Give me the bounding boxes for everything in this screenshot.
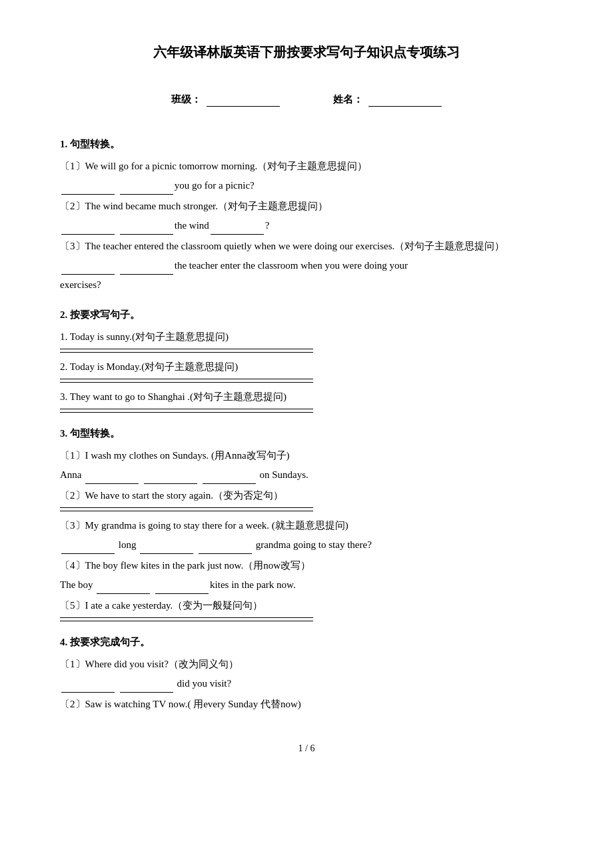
- section-4: 4. 按要求完成句子。 〔1〕Where did you visit?（改为同义…: [60, 633, 553, 713]
- item-3-5-sentence: 〔5〕I ate a cake yesterday.（变为一般疑问句）: [60, 597, 553, 615]
- answer-line-2-3-b[interactable]: [60, 412, 313, 413]
- blank-3-1-c[interactable]: [203, 472, 256, 484]
- answer-line-3-5-b[interactable]: [60, 621, 313, 621]
- item-1-1: 〔1〕We will go for a picnic tomorrow morn…: [60, 157, 553, 195]
- section-1: 1. 句型转换。 〔1〕We will go for a picnic tomo…: [60, 135, 553, 294]
- item-1-3-sentence: 〔3〕The teacher entered the classroom qui…: [60, 237, 553, 255]
- blank-1-3-a[interactable]: [61, 263, 115, 275]
- answer-line-3-2-b[interactable]: [60, 511, 313, 511]
- item-3-3-answer: long grandma going to stay there?: [60, 536, 553, 554]
- blank-1-1-b[interactable]: [120, 183, 173, 195]
- item-3-5-answer: [60, 617, 553, 621]
- blank-4-1-a[interactable]: [61, 681, 115, 693]
- item-1-1-answer: you go for a picnic?: [60, 177, 553, 195]
- name-field-group: 姓名：: [333, 91, 442, 109]
- name-input[interactable]: [368, 93, 442, 107]
- section-3: 3. 句型转换。 〔1〕I wash my clothes on Sundays…: [60, 425, 553, 621]
- item-3-5: 〔5〕I ate a cake yesterday.（变为一般疑问句）: [60, 597, 553, 621]
- blank-1-2-c[interactable]: [211, 223, 264, 235]
- blank-3-4-b[interactable]: [155, 582, 209, 594]
- answer-line-2-2-a[interactable]: [60, 379, 313, 379]
- blank-1-2-b[interactable]: [120, 223, 173, 235]
- item-2-3-sentence: 3. They want to go to Shanghai .(对句子主题意思…: [60, 388, 553, 406]
- item-1-3-answer-line1: the teacher enter the classroom when you…: [60, 257, 553, 275]
- item-3-1: 〔1〕I wash my clothes on Sundays. (用Anna改…: [60, 447, 553, 484]
- answer-line-2-1-b[interactable]: [60, 352, 313, 353]
- item-1-3-answer-line2: exercises?: [60, 276, 553, 294]
- name-label: 姓名：: [333, 91, 363, 109]
- item-2-3: 3. They want to go to Shanghai .(对句子主题意思…: [60, 388, 553, 413]
- item-3-2: 〔2〕We have to start the story again.（变为否…: [60, 487, 553, 511]
- class-input[interactable]: [207, 93, 280, 107]
- blank-1-1-a[interactable]: [61, 183, 115, 195]
- item-4-1-answer: did you visit?: [60, 675, 553, 693]
- class-name-row: 班级： 姓名：: [60, 91, 553, 109]
- item-2-2: 2. Today is Monday.(对句子主题意思提问): [60, 358, 553, 383]
- section-1-title: 1. 句型转换。: [60, 135, 553, 153]
- item-2-2-sentence: 2. Today is Monday.(对句子主题意思提问): [60, 358, 553, 376]
- blank-4-1-b[interactable]: [120, 681, 173, 693]
- item-2-1-answer: [60, 349, 553, 353]
- answer-line-2-2-b[interactable]: [60, 382, 313, 383]
- item-2-1-sentence: 1. Today is sunny.(对句子主题意思提问): [60, 328, 553, 346]
- item-1-2-sentence: 〔2〕The wind became much stronger.（对句子主题意…: [60, 197, 553, 215]
- answer-line-3-2-a[interactable]: [60, 507, 313, 508]
- item-2-1: 1. Today is sunny.(对句子主题意思提问): [60, 328, 553, 353]
- section-4-title: 4. 按要求完成句子。: [60, 633, 553, 651]
- item-3-4-sentence: 〔4〕The boy flew kites in the park just n…: [60, 557, 553, 575]
- item-3-4: 〔4〕The boy flew kites in the park just n…: [60, 557, 553, 594]
- item-3-1-sentence: 〔1〕I wash my clothes on Sundays. (用Anna改…: [60, 447, 553, 465]
- item-3-3-sentence: 〔3〕My grandma is going to stay there for…: [60, 517, 553, 535]
- item-3-1-answer: Anna on Sundays.: [60, 466, 553, 484]
- page-number: 1 / 6: [299, 743, 315, 753]
- item-3-3: 〔3〕My grandma is going to stay there for…: [60, 517, 553, 554]
- page-footer: 1 / 6: [60, 740, 553, 757]
- item-2-2-answer: [60, 379, 553, 383]
- class-label: 班级：: [171, 91, 201, 109]
- answer-line-2-1-a[interactable]: [60, 349, 313, 349]
- item-3-2-sentence: 〔2〕We have to start the story again.（变为否…: [60, 487, 553, 505]
- class-field-group: 班级：: [171, 91, 280, 109]
- item-1-2-answer: the wind?: [60, 217, 553, 235]
- blank-3-3-a[interactable]: [61, 542, 115, 554]
- item-3-2-answer: [60, 507, 553, 511]
- blank-3-1-a[interactable]: [85, 472, 139, 484]
- blank-1-3-b[interactable]: [120, 263, 173, 275]
- blank-3-1-b[interactable]: [144, 472, 197, 484]
- blank-3-4-a[interactable]: [97, 582, 150, 594]
- item-4-2-sentence: 〔2〕Saw is watching TV now.( 用every Sunda…: [60, 695, 553, 713]
- blank-3-3-b[interactable]: [140, 542, 193, 554]
- item-1-2: 〔2〕The wind became much stronger.（对句子主题意…: [60, 197, 553, 235]
- item-1-3: 〔3〕The teacher entered the classroom qui…: [60, 237, 553, 294]
- item-2-3-answer: [60, 409, 553, 413]
- blank-1-2-a[interactable]: [61, 223, 115, 235]
- item-4-1: 〔1〕Where did you visit?（改为同义句） did you v…: [60, 655, 553, 693]
- item-4-1-sentence: 〔1〕Where did you visit?（改为同义句）: [60, 655, 553, 673]
- section-2: 2. 按要求写句子。 1. Today is sunny.(对句子主题意思提问)…: [60, 306, 553, 413]
- item-3-4-answer: The boy kites in the park now.: [60, 576, 553, 594]
- item-4-2: 〔2〕Saw is watching TV now.( 用every Sunda…: [60, 695, 553, 713]
- page-title: 六年级译林版英语下册按要求写句子知识点专项练习: [60, 40, 553, 64]
- blank-3-3-c[interactable]: [199, 542, 252, 554]
- item-1-1-sentence: 〔1〕We will go for a picnic tomorrow morn…: [60, 157, 553, 175]
- answer-line-3-5-a[interactable]: [60, 617, 313, 618]
- answer-line-2-3-a[interactable]: [60, 409, 313, 409]
- section-2-title: 2. 按要求写句子。: [60, 306, 553, 324]
- section-3-title: 3. 句型转换。: [60, 425, 553, 443]
